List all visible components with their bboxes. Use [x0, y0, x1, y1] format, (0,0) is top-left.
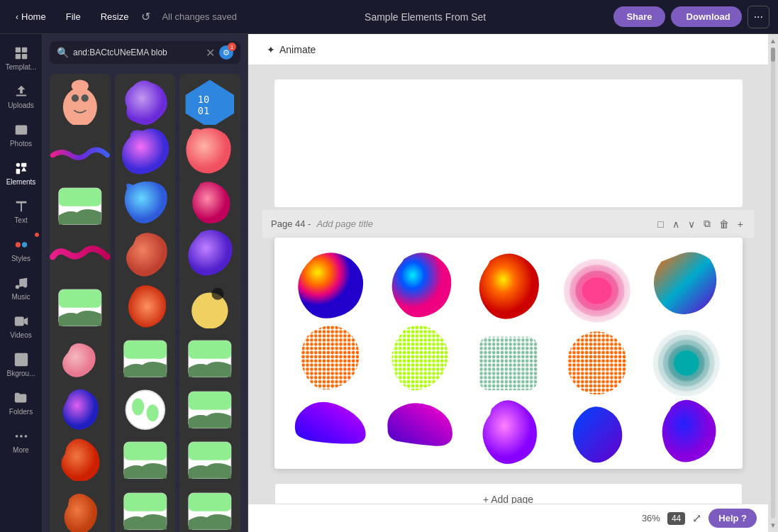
zoom-level: 36%: [642, 513, 660, 523]
svg-rect-3: [21, 54, 26, 59]
svg-point-52: [582, 277, 612, 304]
sidebar-item-photos[interactable]: Photos: [0, 116, 42, 153]
resize-label: Resize: [101, 11, 129, 22]
blob-element[interactable]: [645, 321, 728, 385]
svg-point-11: [21, 242, 26, 247]
svg-rect-57: [479, 336, 537, 390]
blob-element[interactable]: [555, 394, 639, 458]
more-button[interactable]: ···: [748, 6, 769, 28]
styles-dot: [35, 233, 39, 237]
home-button[interactable]: ‹ Home: [9, 7, 53, 26]
svg-rect-8: [21, 163, 26, 167]
sidebar-item-folders[interactable]: Folders: [0, 384, 42, 421]
blob-element[interactable]: [645, 249, 728, 313]
filter-button[interactable]: ⚙ 1: [219, 45, 233, 60]
share-button[interactable]: Share: [613, 6, 665, 27]
blob-element[interactable]: [467, 321, 550, 385]
scroll-track[interactable]: [771, 48, 775, 519]
svg-point-31: [212, 288, 224, 300]
search-bar: 🔍 ✕ ⚙ 1: [50, 41, 240, 64]
sidebar-item-uploads[interactable]: Uploads: [0, 78, 42, 115]
element-grid: 1001: [43, 70, 248, 532]
sidebar-item-background-label: Bkgrou...: [6, 370, 35, 377]
help-button[interactable]: Help ?: [708, 509, 757, 528]
list-item[interactable]: [115, 481, 176, 532]
page-controls: □ ∧ ∨ ⧉ 🗑 +: [655, 216, 745, 232]
download-button[interactable]: Download: [671, 6, 742, 27]
sidebar-item-elements[interactable]: Elements: [0, 155, 42, 192]
sidebar-item-templates[interactable]: Templat...: [0, 40, 42, 77]
resize-button[interactable]: Resize: [94, 7, 136, 26]
sidebar-item-uploads-label: Uploads: [8, 101, 34, 109]
status-text: All changes saved: [162, 11, 237, 22]
expand-icon[interactable]: ⤢: [692, 511, 701, 525]
blob-element[interactable]: [289, 249, 372, 313]
undo-button[interactable]: ↺: [141, 10, 150, 23]
svg-rect-44: [189, 443, 231, 461]
list-item[interactable]: [179, 481, 240, 532]
svg-point-17: [20, 435, 23, 438]
sidebar-item-text[interactable]: Text: [0, 193, 42, 230]
sidebar-item-videos-label: Videos: [10, 331, 31, 339]
sidebar-item-videos[interactable]: Videos: [0, 308, 42, 345]
sidebar-item-templates-label: Templat...: [6, 63, 36, 71]
svg-point-65: [674, 350, 699, 375]
search-input[interactable]: [73, 48, 201, 57]
page-title-area: Page 44 - Add page title: [271, 218, 373, 229]
home-label: Home: [21, 11, 46, 22]
file-label: File: [66, 11, 81, 22]
svg-point-7: [16, 163, 20, 167]
main-layout: Templat... Uploads Photos Elements Text …: [0, 34, 778, 532]
svg-point-13: [23, 284, 27, 288]
page-title-placeholder[interactable]: Add page title: [316, 218, 373, 229]
svg-point-12: [15, 285, 19, 289]
blob-element[interactable]: [289, 394, 372, 458]
blob-element[interactable]: [645, 394, 728, 458]
blob-element[interactable]: [467, 249, 550, 313]
page-number-badge: 44: [667, 512, 685, 525]
svg-point-10: [15, 242, 20, 247]
canvas-scroll[interactable]: Page 44 - Add page title □ ∧ ∨ ⧉ 🗑 +: [248, 65, 768, 504]
svg-point-21: [82, 94, 89, 101]
page-down-button[interactable]: ∨: [686, 216, 697, 232]
sidebar-item-folders-label: Folders: [9, 408, 33, 416]
blob-element[interactable]: [289, 321, 372, 385]
topbar: ‹ Home File Resize ↺ All changes saved S…: [0, 0, 778, 34]
scroll-bar[interactable]: ▲ ▼: [768, 34, 778, 532]
list-item[interactable]: [50, 481, 111, 532]
svg-rect-46: [124, 493, 167, 511]
blob-element[interactable]: [377, 321, 461, 385]
scroll-down-button[interactable]: ▼: [769, 521, 777, 529]
clear-search-icon[interactable]: ✕: [206, 46, 215, 60]
sidebar-item-more-label: More: [13, 446, 29, 454]
svg-rect-33: [124, 340, 167, 359]
blob-element[interactable]: [555, 321, 639, 385]
sidebar-item-background[interactable]: Bkgrou...: [0, 346, 42, 383]
svg-text:10: 10: [198, 94, 209, 105]
page-note-button[interactable]: □: [655, 216, 665, 232]
svg-rect-48: [189, 493, 231, 511]
page-copy-button[interactable]: ⧉: [701, 216, 713, 232]
svg-rect-14: [14, 317, 23, 326]
scroll-thumb[interactable]: [771, 48, 775, 62]
svg-point-22: [72, 80, 89, 92]
svg-rect-2: [15, 54, 20, 59]
page-add-button[interactable]: +: [735, 216, 745, 232]
blob-element[interactable]: [555, 249, 639, 313]
sidebar-item-more[interactable]: More: [0, 423, 42, 460]
svg-rect-1: [21, 48, 26, 52]
svg-rect-4: [16, 95, 26, 96]
sidebar: Templat... Uploads Photos Elements Text …: [0, 34, 43, 532]
page-delete-button[interactable]: 🗑: [717, 216, 731, 232]
add-page-button[interactable]: + Add page: [274, 483, 743, 504]
svg-point-20: [72, 94, 79, 101]
blob-element[interactable]: [377, 249, 461, 313]
blob-element[interactable]: [467, 394, 550, 458]
blob-element[interactable]: [377, 394, 461, 458]
sidebar-item-styles[interactable]: Styles: [0, 231, 42, 268]
sidebar-item-music[interactable]: Music: [0, 270, 42, 306]
scroll-up-button[interactable]: ▲: [769, 37, 777, 45]
page-up-button[interactable]: ∧: [670, 216, 682, 232]
animate-button[interactable]: ✦ Animate: [260, 40, 323, 60]
file-button[interactable]: File: [59, 7, 88, 26]
